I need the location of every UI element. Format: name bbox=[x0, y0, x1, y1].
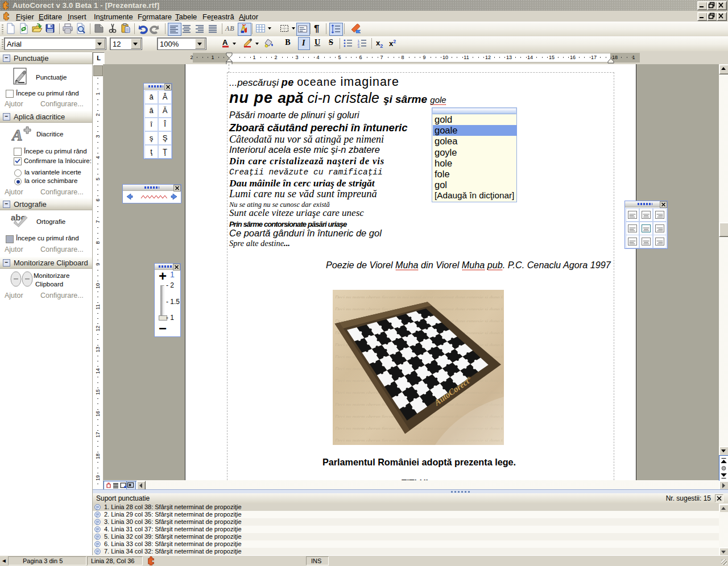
svg-text:A: A bbox=[11, 126, 23, 143]
svg-text:AB: AB bbox=[225, 24, 234, 32]
svg-text:3.: 3. bbox=[358, 45, 361, 48]
svg-text:A: A bbox=[222, 38, 228, 47]
svg-text:¶: ¶ bbox=[314, 23, 319, 34]
